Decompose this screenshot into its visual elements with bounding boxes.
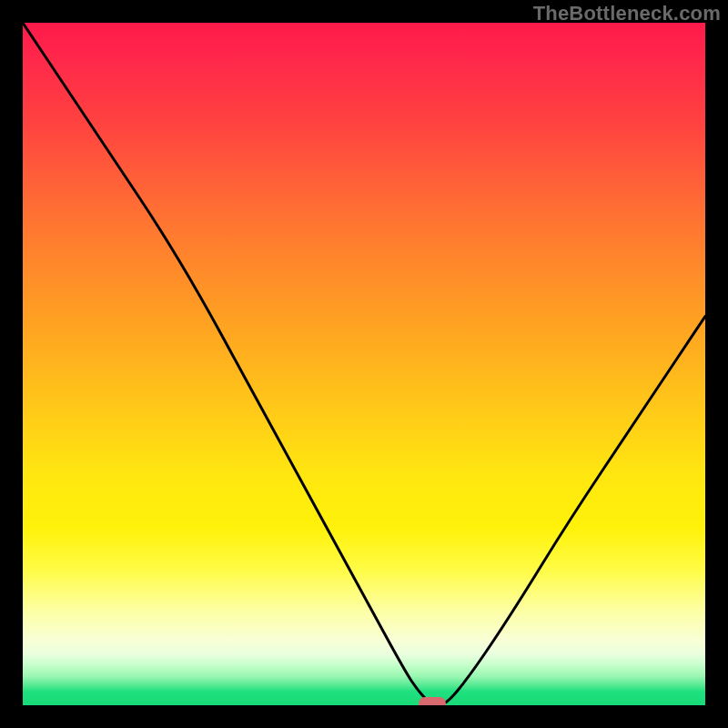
bottleneck-chart: TheBottleneck.com bbox=[0, 0, 728, 728]
bottleneck-curve bbox=[23, 23, 705, 705]
plot-area bbox=[23, 23, 705, 705]
minimum-marker bbox=[419, 697, 446, 705]
curve-layer bbox=[23, 23, 705, 705]
